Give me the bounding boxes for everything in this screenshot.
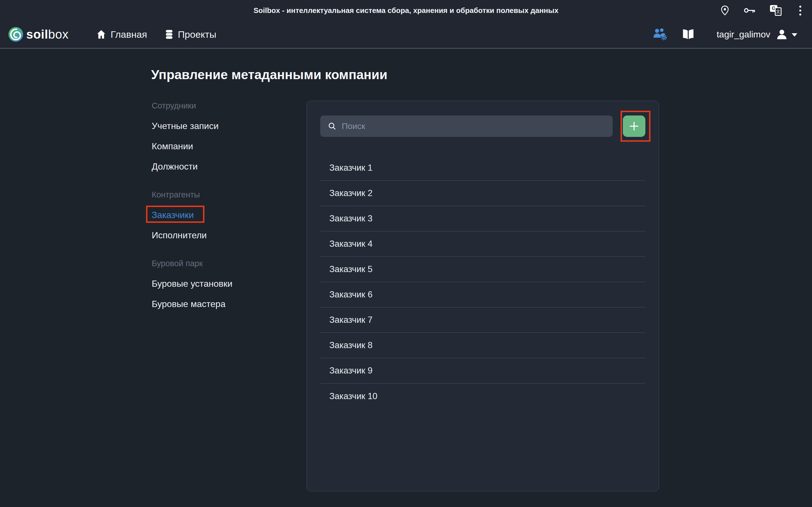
brand-wordmark[interactable]: soilbox	[26, 27, 68, 41]
list-item[interactable]: Заказчик 8	[320, 333, 645, 358]
nav-item-home[interactable]: Главная	[96, 29, 147, 40]
sidebar-menu: Сотрудники Учетные записи Компании Должн…	[152, 100, 282, 309]
sidebar-section-counterparties: Контрагенты	[152, 189, 282, 200]
customer-name: Заказчик 1	[329, 163, 372, 173]
customer-name: Заказчик 7	[329, 315, 372, 325]
customer-name: Заказчик 9	[329, 365, 372, 376]
chevron-down-icon[interactable]	[792, 33, 797, 37]
page-heading: Управление метаданными компании	[151, 67, 388, 82]
sidebar-item-contractors[interactable]: Исполнители	[152, 230, 282, 241]
sidebar-item-positions[interactable]: Должности	[152, 161, 282, 172]
plus-icon	[628, 120, 640, 132]
user-management-icon[interactable]	[653, 27, 668, 41]
customer-name: Заказчик 4	[329, 239, 372, 249]
translate-script-glyph: 文	[775, 7, 781, 16]
customer-name: Заказчик 10	[329, 391, 377, 401]
brand-light: box	[48, 27, 68, 41]
sidebar-section-drilling-park: Буровой парк	[152, 258, 282, 269]
search-input[interactable]	[342, 115, 613, 137]
sidebar-item-drilling-masters[interactable]: Буровые мастера	[152, 298, 282, 309]
nav-item-label: Проекты	[178, 29, 216, 40]
customer-name: Заказчик 8	[329, 340, 372, 350]
translate-icon[interactable]: G 文	[770, 4, 782, 16]
list-item[interactable]: Заказчик 9	[320, 358, 645, 384]
app-navbar: soilbox Главная Проекты	[0, 21, 812, 49]
sidebar-item-accounts[interactable]: Учетные записи	[152, 120, 282, 131]
nav-item-label: Главная	[110, 29, 147, 40]
overflow-menu-icon[interactable]	[797, 6, 804, 15]
customer-name: Заказчик 6	[329, 290, 372, 300]
location-pin-icon[interactable]	[721, 5, 729, 15]
sidebar-item-customers[interactable]: Заказчики	[152, 209, 282, 221]
soilbox-logo-icon[interactable]	[8, 27, 23, 42]
app-root: Soilbox - интеллектуальная система сбора…	[0, 0, 812, 507]
user-avatar-icon[interactable]	[776, 29, 788, 40]
list-item[interactable]: Заказчик 7	[320, 307, 645, 333]
key-icon[interactable]	[744, 7, 755, 14]
username[interactable]: tagir_galimov	[717, 29, 770, 40]
add-customer-button[interactable]	[623, 115, 645, 137]
browser-titlebar: Soilbox - интеллектуальная система сбора…	[0, 0, 812, 21]
handbook-icon[interactable]	[682, 29, 695, 40]
list-item[interactable]: Заказчик 3	[320, 206, 645, 231]
sidebar-item-companies[interactable]: Компании	[152, 140, 282, 152]
brand-bold: soil	[26, 27, 48, 41]
customer-name: Заказчик 2	[329, 188, 372, 198]
customer-name: Заказчик 5	[329, 264, 372, 274]
list-item[interactable]: Заказчик 10	[320, 384, 645, 409]
sidebar-item-drilling-rigs[interactable]: Буровые установки	[152, 278, 282, 289]
nav-item-projects[interactable]: Проекты	[165, 29, 216, 40]
list-item[interactable]: Заказчик 1	[320, 156, 645, 181]
customers-panel: Заказчик 1 Заказчик 2 Заказчик 3 Заказчи…	[306, 101, 659, 492]
list-item[interactable]: Заказчик 4	[320, 231, 645, 257]
home-icon	[96, 30, 106, 39]
customer-name: Заказчик 3	[329, 214, 372, 224]
database-icon	[165, 30, 174, 39]
search-box	[320, 115, 613, 137]
sidebar-section-employees: Сотрудники	[152, 100, 282, 111]
customers-list: Заказчик 1 Заказчик 2 Заказчик 3 Заказчи…	[320, 156, 645, 409]
page-title: Soilbox - интеллектуальная система сбора…	[0, 0, 812, 21]
search-icon	[327, 122, 337, 131]
list-item[interactable]: Заказчик 2	[320, 181, 645, 206]
list-item[interactable]: Заказчик 6	[320, 282, 645, 307]
list-item[interactable]: Заказчик 5	[320, 257, 645, 282]
